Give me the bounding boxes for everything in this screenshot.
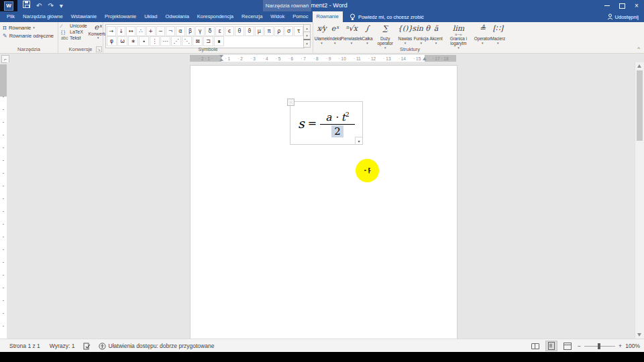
symbol-button[interactable]: ϑ xyxy=(245,26,254,36)
conversion-option[interactable]: { } LaTeX xyxy=(61,29,87,34)
symbol-button[interactable]: ρ xyxy=(274,26,284,36)
word-count[interactable]: Wyrazy: 1 xyxy=(50,343,75,349)
zoom-control: − + 100% xyxy=(578,343,640,349)
symbol-button[interactable]: τ xyxy=(294,26,303,36)
group-konwersje: ∕ Unicode { } LaTeX abc Tekst xyxy=(58,22,103,53)
symbol-button[interactable]: ∎ xyxy=(214,36,224,46)
symbol-button[interactable]: → xyxy=(107,26,116,36)
status-bar: Strona 1 z 1 Wyrazy: 1 Ułatwienia dostęp… xyxy=(0,339,644,353)
symbol-button[interactable]: − xyxy=(156,26,166,36)
symbol-button[interactable]: ϵ xyxy=(225,26,234,36)
zoom-in-button[interactable]: + xyxy=(619,343,622,349)
ruler-number: 13 xyxy=(383,56,390,61)
chevron-down-icon: ▾ xyxy=(321,42,323,45)
conversion-option[interactable]: ∕ Unicode xyxy=(61,23,87,28)
group-label-narzedzia: Narzędzia xyxy=(0,46,58,52)
share-label: Udostępnij xyxy=(615,14,639,20)
symbol-button[interactable]: ω xyxy=(117,36,127,46)
symbol-button[interactable]: ∴ xyxy=(136,26,146,36)
proofing-status-icon[interactable] xyxy=(83,343,91,350)
symbol-button[interactable]: ↔ xyxy=(126,26,136,36)
title-bar: W ↶ ↷ ▾ Dokument2 - Word Narzędzia równa… xyxy=(0,0,644,11)
document-title: Dokument2 - Word xyxy=(0,0,644,11)
equation-equals: = xyxy=(308,117,317,129)
accessibility-icon[interactable] xyxy=(99,343,106,350)
symbol-button[interactable]: ∗ xyxy=(128,36,138,46)
symbol-button[interactable]: ¬ xyxy=(166,26,175,36)
ink-equation-button[interactable]: ✎ Równanie odręczne xyxy=(3,33,55,39)
tell-me-box[interactable]: Powiedz mi, co chcesz zrobić xyxy=(350,11,424,22)
zoom-slider-thumb[interactable] xyxy=(598,343,600,349)
symbol-button[interactable]: β xyxy=(186,26,195,36)
symbol-button[interactable]: ∙ xyxy=(139,36,149,46)
symbol-button[interactable]: ⋱ xyxy=(182,36,192,46)
symbol-button[interactable]: δ xyxy=(205,26,215,36)
symbol-button[interactable]: ⋮ xyxy=(150,36,160,46)
zoom-percentage[interactable]: 100% xyxy=(625,343,640,349)
structure-icon: lim xyxy=(453,23,464,34)
web-layout-button[interactable] xyxy=(562,341,573,351)
print-layout-button[interactable] xyxy=(545,341,557,351)
person-icon xyxy=(607,13,613,20)
share-button[interactable]: Udostępnij xyxy=(607,11,639,22)
read-mode-button[interactable] xyxy=(530,341,541,351)
equation-numerator: a · t2 xyxy=(326,109,350,123)
zoom-slider[interactable] xyxy=(584,346,615,347)
ribbon-tab[interactable]: Widok xyxy=(266,11,288,22)
scrollbar-thumb[interactable] xyxy=(637,70,643,141)
minimize-icon xyxy=(604,5,610,6)
ribbon-tab[interactable]: Recenzja xyxy=(237,11,266,22)
symbol-button[interactable]: σ xyxy=(284,26,294,36)
print-layout-icon xyxy=(548,342,555,350)
page-indicator[interactable]: Strona 1 z 1 xyxy=(9,343,40,349)
equation-container[interactable]: ∷ s = a · t2 2 ▾ xyxy=(290,101,363,145)
symbol-button[interactable]: ⋰ xyxy=(171,36,181,46)
restore-button[interactable] xyxy=(614,0,629,11)
scrollbar-up-icon[interactable] xyxy=(637,64,641,68)
chevron-down-icon: ▾ xyxy=(33,26,35,29)
accessibility-status[interactable]: Ułatwienia dostępu: dobrze przygotowane xyxy=(109,343,215,349)
close-button[interactable]: × xyxy=(629,0,644,11)
fraction-line xyxy=(320,124,355,125)
ribbon-tab[interactable]: Korespondencja xyxy=(193,11,237,22)
symbol-button[interactable]: + xyxy=(146,26,156,36)
symbol-button[interactable]: ⋯ xyxy=(160,36,170,46)
collapse-ribbon-button[interactable]: ^ xyxy=(637,46,640,52)
equation-move-handle[interactable]: ∷ xyxy=(287,99,294,106)
ruler-number: 7 xyxy=(301,56,306,61)
symbol-button[interactable]: γ xyxy=(195,26,205,36)
indent-marker[interactable] xyxy=(219,55,224,62)
symbol-button[interactable]: φ xyxy=(107,36,117,46)
ribbon-tab[interactable]: Projektowanie xyxy=(101,11,140,22)
document-page[interactable]: ∷ s = a · t2 2 ▾ xyxy=(190,65,458,340)
minimize-button[interactable] xyxy=(600,0,614,11)
horizontal-ruler[interactable]: · 2 · 1 · 123456789101112131415 · 17 · 1… xyxy=(190,55,456,62)
symbol-button[interactable]: π xyxy=(264,26,274,36)
structure-icon: ≜ xyxy=(480,23,486,34)
scrollbar-down-icon[interactable] xyxy=(637,333,641,337)
symbol-button[interactable]: ε xyxy=(215,26,225,36)
symbol-button[interactable]: θ xyxy=(235,26,244,36)
vertical-scrollbar[interactable] xyxy=(635,62,644,339)
equation-options-dropdown[interactable]: ▾ xyxy=(355,137,362,144)
ruler-number: 9 xyxy=(326,56,331,61)
ribbon-tab[interactable]: Wstawianie xyxy=(67,11,101,22)
ribbon-tab[interactable]: Układ xyxy=(140,11,161,22)
right-indent-marker[interactable] xyxy=(423,57,427,60)
symbol-button[interactable]: ↓ xyxy=(117,26,126,36)
first-line-indent-icon xyxy=(219,55,223,58)
symbol-button[interactable]: μ xyxy=(255,26,264,36)
ruler-number: 14 xyxy=(398,56,406,61)
conversion-option[interactable]: abc Tekst xyxy=(61,36,87,40)
ribbon-tab[interactable]: Plik xyxy=(3,11,19,22)
ribbon-tab[interactable]: Równanie xyxy=(313,11,343,22)
ribbon-tab[interactable]: Odwołania xyxy=(161,11,193,22)
equation-dropdown-button[interactable]: π Równanie ▾ xyxy=(3,24,55,31)
equation-denominator-selected[interactable]: 2 xyxy=(331,125,343,137)
ribbon-tab[interactable]: Pomoc xyxy=(288,11,312,22)
symbol-button[interactable]: α xyxy=(176,26,185,36)
symbol-button[interactable]: ⊐ xyxy=(203,36,213,46)
symbol-button[interactable]: ⊠ xyxy=(193,36,203,46)
zoom-out-button[interactable]: − xyxy=(578,343,581,349)
ribbon-tab[interactable]: Narzędzia główne xyxy=(19,11,67,22)
